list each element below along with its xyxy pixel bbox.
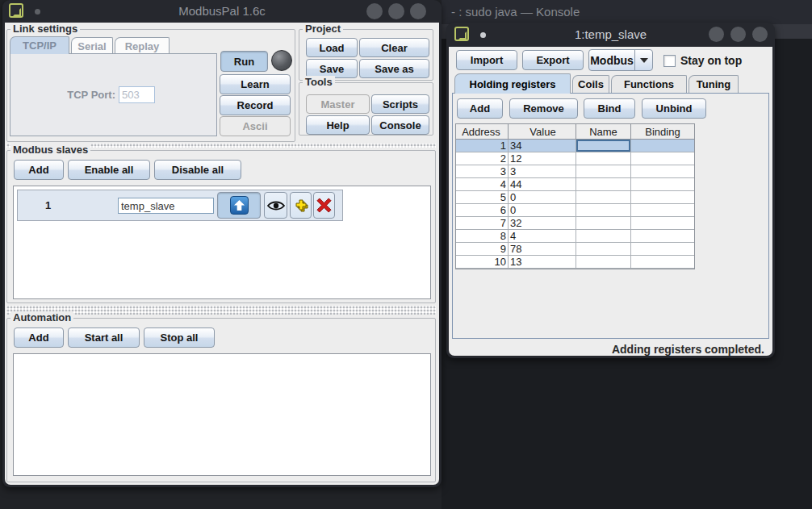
stay-on-top-checkbox[interactable] xyxy=(663,55,676,67)
tab-serial[interactable]: Serial xyxy=(71,37,113,54)
scripts-button[interactable]: Scripts xyxy=(371,94,429,114)
table-cell-value[interactable]: 13 xyxy=(509,256,576,268)
slave-enable-toggle[interactable] xyxy=(217,192,261,219)
table-row[interactable]: 444 xyxy=(456,178,694,191)
table-row[interactable]: 33 xyxy=(456,165,694,178)
table-cell-binding[interactable] xyxy=(631,191,694,203)
modbus-mode-select[interactable]: Modbus xyxy=(588,49,653,71)
slave-row[interactable]: 1 xyxy=(17,190,343,221)
tab-tuning[interactable]: Tuning xyxy=(689,75,739,93)
table-row[interactable]: 212 xyxy=(456,152,694,165)
table-cell-name[interactable] xyxy=(576,217,631,229)
table-cell-address[interactable]: 7 xyxy=(456,217,509,229)
table-cell-binding[interactable] xyxy=(631,204,694,216)
table-cell-value[interactable]: 0 xyxy=(509,191,576,203)
table-cell-value[interactable]: 4 xyxy=(509,230,576,242)
table-cell-value[interactable]: 12 xyxy=(509,152,576,165)
close-icon[interactable] xyxy=(410,3,426,19)
table-cell-value[interactable]: 3 xyxy=(509,165,576,177)
import-button[interactable]: Import xyxy=(456,50,517,70)
table-cell-value[interactable]: 78 xyxy=(509,243,576,255)
slave-name-input[interactable] xyxy=(118,198,214,214)
tab-tcpip[interactable]: TCP/IP xyxy=(10,36,69,54)
konsole-titlebar[interactable]: - : sudo java — Konsole xyxy=(442,0,812,24)
col-header-name[interactable]: Name xyxy=(576,124,631,139)
col-header-address[interactable]: Address xyxy=(456,124,509,139)
tab-functions[interactable]: Functions xyxy=(611,75,687,93)
dialog-close-icon[interactable] xyxy=(752,27,768,42)
table-cell-binding[interactable] xyxy=(631,217,694,229)
table-cell-binding[interactable] xyxy=(631,140,694,152)
table-cell-name[interactable] xyxy=(576,243,631,255)
minimize-icon[interactable] xyxy=(366,3,383,19)
table-cell-address[interactable]: 8 xyxy=(456,230,509,242)
learn-button[interactable]: Learn xyxy=(220,74,291,94)
dialog-titlebar[interactable]: 1:temp_slave xyxy=(446,23,775,47)
table-row[interactable]: 50 xyxy=(456,191,694,204)
export-button[interactable]: Export xyxy=(522,50,584,70)
col-header-value[interactable]: Value xyxy=(509,124,576,139)
slave-view-button[interactable] xyxy=(264,192,287,219)
load-button[interactable]: Load xyxy=(306,38,358,57)
save-as-button[interactable]: Save as xyxy=(359,59,429,78)
table-cell-name[interactable] xyxy=(576,178,631,190)
table-cell-address[interactable]: 10 xyxy=(456,256,509,268)
register-remove-button[interactable]: Remove xyxy=(509,98,578,119)
table-row[interactable]: 1013 xyxy=(456,256,694,269)
register-bind-button[interactable]: Bind xyxy=(584,98,635,119)
console-button[interactable]: Console xyxy=(371,115,429,135)
tcp-port-input[interactable] xyxy=(119,86,155,103)
table-row[interactable]: 732 xyxy=(456,217,694,230)
tab-replay[interactable]: Replay xyxy=(115,37,170,54)
dialog-minimize-icon[interactable] xyxy=(709,27,724,42)
table-cell-name[interactable] xyxy=(576,140,631,152)
automation-add-button[interactable]: Add xyxy=(14,328,64,348)
table-cell-name[interactable] xyxy=(576,152,631,165)
col-header-binding[interactable]: Binding xyxy=(631,124,694,139)
table-cell-binding[interactable] xyxy=(631,165,694,177)
start-all-button[interactable]: Start all xyxy=(68,328,140,348)
table-cell-name[interactable] xyxy=(576,204,631,216)
slave-duplicate-button[interactable] xyxy=(290,192,312,219)
clear-button[interactable]: Clear xyxy=(359,38,429,57)
table-cell-binding[interactable] xyxy=(631,152,694,165)
register-add-button[interactable]: Add xyxy=(457,98,503,119)
enable-all-button[interactable]: Enable all xyxy=(68,160,150,180)
table-row[interactable]: 60 xyxy=(456,204,694,217)
table-cell-name[interactable] xyxy=(576,191,631,203)
table-cell-value[interactable]: 44 xyxy=(509,178,576,190)
maximize-icon[interactable] xyxy=(388,3,404,19)
record-button[interactable]: Record xyxy=(220,95,291,115)
table-cell-binding[interactable] xyxy=(631,256,694,268)
help-button[interactable]: Help xyxy=(306,115,370,135)
stop-all-button[interactable]: Stop all xyxy=(144,328,215,348)
table-cell-name[interactable] xyxy=(576,165,631,177)
table-cell-value[interactable]: 32 xyxy=(509,217,576,229)
table-cell-address[interactable]: 4 xyxy=(456,178,509,190)
table-cell-binding[interactable] xyxy=(631,243,694,255)
slave-delete-button[interactable] xyxy=(313,192,335,219)
table-cell-address[interactable]: 2 xyxy=(456,152,509,165)
table-cell-value[interactable]: 34 xyxy=(509,140,576,152)
tab-coils[interactable]: Coils xyxy=(572,75,609,93)
table-cell-address[interactable]: 5 xyxy=(456,191,509,203)
run-button[interactable]: Run xyxy=(220,51,268,72)
table-row[interactable]: 84 xyxy=(456,230,694,243)
slave-add-button[interactable]: Add xyxy=(14,160,64,180)
register-unbind-button[interactable]: Unbind xyxy=(642,98,706,119)
disable-all-button[interactable]: Disable all xyxy=(154,160,241,180)
table-cell-value[interactable]: 0 xyxy=(509,204,576,216)
table-cell-name[interactable] xyxy=(576,230,631,242)
table-cell-address[interactable]: 1 xyxy=(456,140,509,152)
table-row[interactable]: 978 xyxy=(456,243,694,256)
table-cell-address[interactable]: 6 xyxy=(456,204,509,216)
table-cell-name[interactable] xyxy=(576,256,631,268)
master-button[interactable]: Master xyxy=(306,94,370,114)
ascii-button[interactable]: Ascii xyxy=(220,116,291,136)
table-cell-address[interactable]: 3 xyxy=(456,165,509,177)
table-cell-binding[interactable] xyxy=(631,230,694,242)
table-cell-address[interactable]: 9 xyxy=(456,243,509,255)
modbuspal-titlebar[interactable]: ModbusPal 1.6c xyxy=(2,0,442,23)
dialog-maximize-icon[interactable] xyxy=(730,27,746,42)
table-row[interactable]: 134 xyxy=(456,140,694,152)
